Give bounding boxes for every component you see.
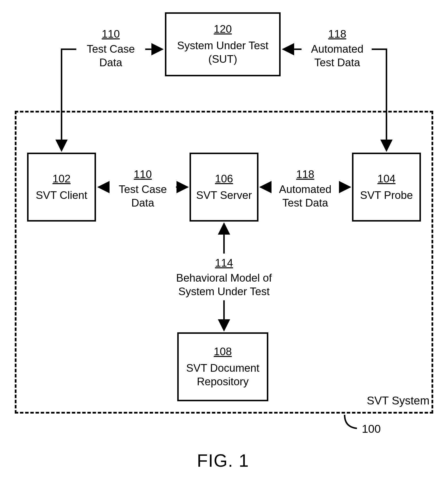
svt-repo-ref: 108 <box>214 345 232 358</box>
atd-top-label: 118 AutomatedTest Data <box>303 27 372 69</box>
atd-top-ref: 118 <box>303 27 372 41</box>
figure-label: FIG. 1 <box>197 450 249 471</box>
svt-repo-label: SVT DocumentRepository <box>186 361 259 388</box>
tcd-mid-label: 110 Test CaseData <box>111 167 175 209</box>
svt-server-label: SVT Server <box>196 188 252 202</box>
svt-probe-label: SVT Probe <box>360 188 413 202</box>
svt-client-box: 102 SVT Client <box>27 153 96 222</box>
diagram-canvas: 120 System Under Test(SUT) 102 SVT Clien… <box>0 0 448 482</box>
svt-repo-box: 108 SVT DocumentRepository <box>177 332 268 401</box>
model-ref: 114 <box>167 256 281 270</box>
atd-top-text: AutomatedTest Data <box>311 43 364 68</box>
tcd-mid-ref: 110 <box>111 167 175 181</box>
model-text: Behavioral Model ofSystem Under Test <box>176 272 272 297</box>
atd-mid-text: AutomatedTest Data <box>279 183 332 209</box>
svt-server-box: 106 SVT Server <box>190 153 258 222</box>
atd-mid-label: 118 AutomatedTest Data <box>271 167 340 209</box>
model-label: 114 Behavioral Model ofSystem Under Test <box>167 256 281 298</box>
sut-ref: 120 <box>214 23 232 35</box>
svt-probe-ref: 104 <box>377 173 395 185</box>
atd-mid-ref: 118 <box>271 167 340 181</box>
tcd-mid-text: Test CaseData <box>119 183 167 209</box>
svt-client-label: SVT Client <box>36 188 87 202</box>
svt-client-ref: 102 <box>52 173 70 185</box>
svt-server-ref: 106 <box>215 173 233 185</box>
tcd-top-label: 110 Test CaseData <box>79 27 143 69</box>
svt-probe-box: 104 SVT Probe <box>352 153 421 222</box>
sut-label: System Under Test(SUT) <box>177 39 269 66</box>
tcd-top-text: Test CaseData <box>87 43 135 68</box>
tcd-top-ref: 110 <box>79 27 143 41</box>
svt-system-label: SVT System <box>367 394 430 407</box>
svt-system-ref: 100 <box>362 422 381 435</box>
sut-box: 120 System Under Test(SUT) <box>165 12 281 76</box>
